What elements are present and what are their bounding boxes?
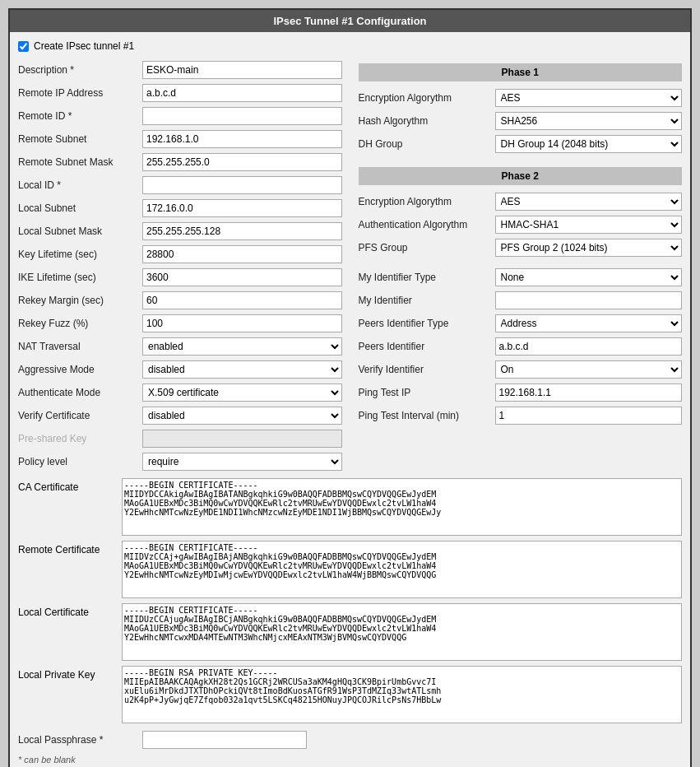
- description-input[interactable]: [142, 61, 342, 79]
- p2-encryption-row: Encryption Algorythm AES 3DES DES: [359, 192, 683, 212]
- p2-encryption-select[interactable]: AES 3DES DES: [495, 193, 683, 211]
- verify-certificate-row: Verify Certificate disabled enabled: [18, 406, 342, 425]
- aggressive-mode-select[interactable]: disabled enabled: [142, 360, 342, 379]
- passphrase-input[interactable]: [142, 731, 307, 749]
- aggressive-mode-label: Aggressive Mode: [18, 364, 137, 375]
- remote-id-input[interactable]: [142, 107, 342, 125]
- local-id-label: Local ID *: [18, 179, 137, 191]
- local-cert-textarea[interactable]: -----BEGIN CERTIFICATE----- MIIDUzCCAjug…: [122, 603, 682, 661]
- ping-interval-row: Ping Test Interval (min): [359, 406, 683, 425]
- right-column: Phase 1 Encryption Algorythm AES 3DES DE…: [359, 60, 683, 472]
- local-subnet-input[interactable]: [142, 199, 342, 217]
- peers-id-input[interactable]: [495, 337, 683, 356]
- verify-certificate-label: Verify Certificate: [18, 410, 137, 421]
- local-subnet-mask-label: Local Subnet Mask: [18, 225, 137, 237]
- p1-dh-label: DH Group: [359, 138, 490, 150]
- preshared-key-label: Pre-shared Key: [18, 433, 137, 444]
- remote-subnet-label: Remote Subnet: [18, 133, 137, 145]
- remote-id-row: Remote ID *: [18, 106, 342, 126]
- ping-interval-input[interactable]: [495, 407, 683, 425]
- p2-auth-row: Authentication Algorythm HMAC-SHA1 HMAC-…: [359, 215, 683, 235]
- policy-level-label: Policy level: [18, 456, 137, 467]
- peers-id-type-select[interactable]: Address FQDN Email: [495, 314, 683, 332]
- ping-test-ip-label: Ping Test IP: [359, 387, 490, 398]
- my-id-input[interactable]: [495, 291, 683, 309]
- remote-subnet-mask-label: Remote Subnet Mask: [18, 156, 137, 168]
- ike-lifetime-input[interactable]: [142, 268, 342, 286]
- local-private-key-row: Local Private Key -----BEGIN RSA PRIVATE…: [18, 666, 682, 723]
- local-private-key-label: Local Private Key: [18, 666, 117, 681]
- verify-id-label: Verify Identifier: [359, 364, 490, 375]
- aggressive-mode-row: Aggressive Mode disabled enabled: [18, 360, 342, 379]
- rekey-fuzz-row: Rekey Fuzz (%): [18, 314, 342, 333]
- ike-lifetime-row: IKE Lifetime (sec): [18, 267, 342, 287]
- remote-cert-row: Remote Certificate -----BEGIN CERTIFICAT…: [18, 541, 682, 598]
- preshared-key-input: [142, 430, 342, 448]
- description-row: Description *: [18, 60, 342, 80]
- authenticate-mode-select[interactable]: X.509 certificate Pre-shared key: [142, 384, 342, 402]
- verify-id-select[interactable]: On Off: [495, 360, 683, 379]
- remote-id-label: Remote ID *: [18, 110, 137, 122]
- remote-subnet-input[interactable]: [142, 130, 342, 148]
- p2-auth-select[interactable]: HMAC-SHA1 HMAC-SHA256 HMAC-MD5: [495, 216, 683, 234]
- remote-subnet-row: Remote Subnet: [18, 129, 342, 149]
- key-lifetime-input[interactable]: [142, 245, 342, 263]
- authenticate-mode-row: Authenticate Mode X.509 certificate Pre-…: [18, 383, 342, 402]
- p2-encryption-label: Encryption Algorythm: [359, 196, 490, 207]
- my-id-label: My Identifier: [359, 295, 490, 306]
- ca-cert-row: CA Certificate -----BEGIN CERTIFICATE---…: [18, 478, 682, 536]
- nat-traversal-row: NAT Traversal enabled disabled: [18, 337, 342, 356]
- local-private-key-textarea[interactable]: -----BEGIN RSA PRIVATE KEY----- MIIEpAIB…: [122, 666, 682, 723]
- phase1-header: Phase 1: [359, 63, 683, 81]
- remote-ip-row: Remote IP Address: [18, 83, 342, 103]
- create-tunnel-checkbox[interactable]: [18, 41, 29, 52]
- rekey-fuzz-label: Rekey Fuzz (%): [18, 318, 137, 329]
- rekey-fuzz-input[interactable]: [142, 314, 342, 332]
- remote-ip-label: Remote IP Address: [18, 87, 137, 99]
- main-window: IPsec Tunnel #1 Configuration Create IPs…: [8, 8, 692, 767]
- local-id-row: Local ID *: [18, 175, 342, 195]
- create-tunnel-label: Create IPsec tunnel #1: [34, 40, 134, 52]
- title-bar: IPsec Tunnel #1 Configuration: [10, 10, 690, 32]
- passphrase-label: Local Passphrase *: [18, 734, 137, 746]
- ike-lifetime-label: IKE Lifetime (sec): [18, 272, 137, 283]
- local-subnet-row: Local Subnet: [18, 198, 342, 218]
- peers-id-type-row: Peers Identifier Type Address FQDN Email: [359, 314, 683, 333]
- peers-id-row: Peers Identifier: [359, 337, 683, 356]
- rekey-margin-label: Rekey Margin (sec): [18, 295, 137, 306]
- remote-subnet-mask-input[interactable]: [142, 153, 342, 171]
- local-subnet-mask-input[interactable]: [142, 222, 342, 240]
- nat-traversal-select[interactable]: enabled disabled: [142, 337, 342, 356]
- preshared-key-row: Pre-shared Key: [18, 429, 342, 449]
- window-title: IPsec Tunnel #1 Configuration: [273, 15, 426, 27]
- rekey-margin-row: Rekey Margin (sec): [18, 291, 342, 310]
- verify-certificate-select[interactable]: disabled enabled: [142, 407, 342, 425]
- rekey-margin-input[interactable]: [142, 291, 342, 309]
- key-lifetime-row: Key Lifetime (sec): [18, 244, 342, 264]
- ping-test-ip-row: Ping Test IP: [359, 383, 683, 402]
- p1-dh-row: DH Group DH Group 14 (2048 bits) DH Grou…: [359, 134, 683, 154]
- remote-cert-textarea[interactable]: -----BEGIN CERTIFICATE----- MIIDVzCCAj+g…: [122, 541, 682, 598]
- p1-hash-select[interactable]: SHA256 SHA1 MD5: [495, 112, 683, 130]
- peers-id-label: Peers Identifier: [359, 341, 490, 352]
- policy-level-select[interactable]: require unique never: [142, 453, 342, 471]
- ca-cert-textarea[interactable]: -----BEGIN CERTIFICATE----- MIIDYDCCAkig…: [122, 478, 682, 536]
- my-id-type-label: My Identifier Type: [359, 272, 490, 283]
- p1-dh-select[interactable]: DH Group 14 (2048 bits) DH Group 2 (1024…: [495, 135, 683, 153]
- my-id-type-select[interactable]: None Address FQDN Email: [495, 268, 683, 286]
- local-id-input[interactable]: [142, 176, 342, 194]
- remote-ip-input[interactable]: [142, 84, 342, 102]
- ping-test-ip-input[interactable]: [495, 384, 683, 402]
- phase2-header: Phase 2: [359, 167, 683, 185]
- p2-pfs-select[interactable]: PFS Group 2 (1024 bits) PFS Group 5 (153…: [495, 239, 683, 257]
- authenticate-mode-label: Authenticate Mode: [18, 387, 137, 398]
- passphrase-row: Local Passphrase *: [18, 730, 682, 750]
- blank-note: * can be blank: [18, 755, 682, 765]
- remote-cert-label: Remote Certificate: [18, 541, 117, 555]
- p1-encryption-select[interactable]: AES 3DES DES: [495, 89, 683, 107]
- ping-interval-label: Ping Test Interval (min): [359, 410, 490, 421]
- left-column: Description * Remote IP Address Remote I…: [18, 60, 342, 472]
- peers-id-type-label: Peers Identifier Type: [359, 318, 490, 329]
- p1-encryption-row: Encryption Algorythm AES 3DES DES: [359, 88, 683, 108]
- local-cert-label: Local Certificate: [18, 603, 117, 618]
